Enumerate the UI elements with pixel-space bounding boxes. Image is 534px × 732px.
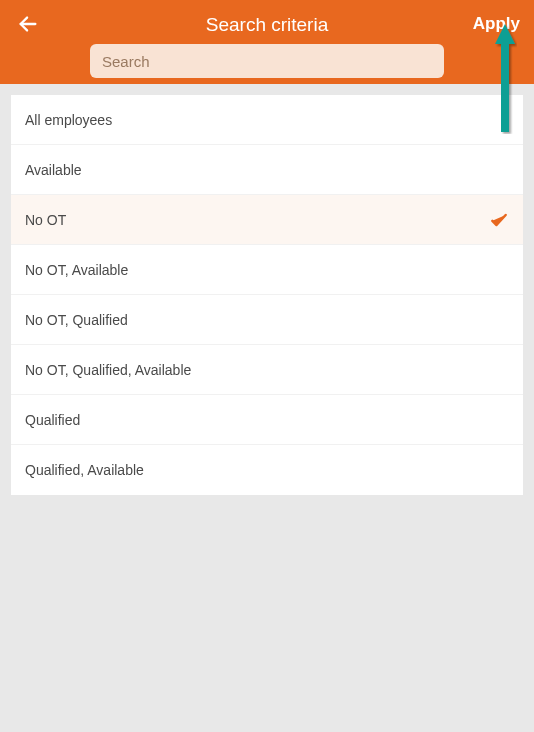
search-wrap — [90, 44, 444, 78]
search-input[interactable] — [90, 44, 444, 78]
page-title: Search criteria — [0, 14, 534, 36]
list-item-label: No OT, Qualified, Available — [25, 362, 191, 378]
list-item[interactable]: Available — [11, 145, 523, 195]
header: Search criteria Apply — [0, 0, 534, 84]
list-item-label: Qualified — [25, 412, 80, 428]
list-item[interactable]: All employees — [11, 95, 523, 145]
options-list: All employeesAvailableNo OTNo OT, Availa… — [11, 95, 523, 495]
list-item-label: No OT, Qualified — [25, 312, 128, 328]
list-item[interactable]: No OT — [11, 195, 523, 245]
list-item[interactable]: No OT, Qualified, Available — [11, 345, 523, 395]
list-item[interactable]: No OT, Available — [11, 245, 523, 295]
apply-button[interactable]: Apply — [473, 14, 520, 34]
list-item[interactable]: Qualified, Available — [11, 445, 523, 495]
list-item[interactable]: No OT, Qualified — [11, 295, 523, 345]
list-item-label: All employees — [25, 112, 112, 128]
list-item[interactable]: Qualified — [11, 395, 523, 445]
list-item-label: No OT, Available — [25, 262, 128, 278]
list-item-label: Qualified, Available — [25, 462, 144, 478]
list-item-label: Available — [25, 162, 82, 178]
list-item-label: No OT — [25, 212, 66, 228]
check-icon — [489, 210, 509, 230]
